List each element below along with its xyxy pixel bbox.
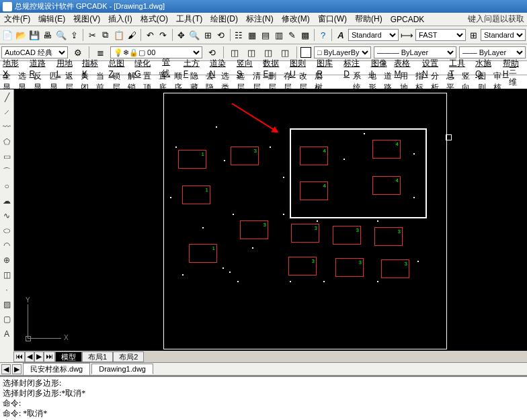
menu-modify[interactable]: 修改(M) (278, 13, 314, 25)
workspace-select[interactable]: AutoCAD 经典 (1, 46, 68, 58)
building-rect[interactable]: 4 (300, 181, 328, 200)
markup-icon[interactable]: ✎ (286, 28, 298, 42)
tab-nav-last[interactable]: ⏭ (44, 351, 55, 362)
zoom-rt-icon[interactable]: 🔍 (188, 28, 200, 42)
circle-icon[interactable]: ○ (1, 181, 12, 192)
revcloud-icon[interactable]: ☁ (1, 196, 12, 206)
layer-select[interactable]: 💡❄🔒▢ 00 (110, 46, 202, 58)
menu-window[interactable]: 窗口(W) (314, 13, 351, 25)
undo-icon[interactable]: ↶ (144, 28, 156, 42)
point-marker (364, 133, 365, 134)
color-swatch[interactable] (300, 47, 311, 58)
building-rect[interactable]: 3 (240, 220, 268, 239)
building-rect[interactable]: 1 (178, 150, 206, 169)
print-icon[interactable]: 🖶 (42, 28, 54, 42)
building-rect[interactable]: 4 (300, 146, 328, 165)
insert-icon[interactable]: ⊕ (1, 255, 12, 265)
tab-nav-next[interactable]: ▶ (34, 351, 44, 362)
menu-dim[interactable]: 标注(N) (242, 13, 278, 25)
building-rect[interactable]: 3 (381, 259, 409, 278)
dim-style-select[interactable]: FAST (415, 29, 466, 41)
help-hint[interactable]: 键入问题以获取 (464, 13, 527, 25)
props-icon[interactable]: ☷ (233, 28, 245, 42)
building-rect[interactable]: 3 (288, 257, 317, 276)
calc-icon[interactable]: ▩ (299, 28, 311, 42)
building-rect[interactable]: 3 (231, 146, 259, 165)
tpalette-icon[interactable]: ▤ (259, 28, 272, 42)
pan-icon[interactable]: ✥ (175, 28, 187, 42)
dcenter-icon[interactable]: ▦ (246, 28, 258, 42)
zoom-prev-icon[interactable]: ⟲ (215, 28, 227, 42)
building-rect[interactable]: 3 (374, 227, 403, 246)
publish-icon[interactable]: ⇪ (69, 28, 81, 42)
save-icon[interactable]: 💾 (28, 28, 40, 42)
cut-icon[interactable]: ✂ (86, 28, 98, 42)
mtext-icon[interactable]: A (1, 329, 12, 339)
point-marker (222, 267, 224, 269)
ellipsearc-icon[interactable]: ◠ (1, 240, 12, 251)
tab-model[interactable]: 模型 (55, 351, 82, 362)
new-icon[interactable]: 📄 (1, 28, 13, 42)
grip-marker[interactable] (446, 134, 452, 140)
rect-label: 4 (396, 177, 399, 183)
menu-edit[interactable]: 编辑(E) (34, 13, 69, 25)
zoom-win-icon[interactable]: ⊞ (202, 28, 214, 42)
help-icon[interactable]: ? (317, 28, 329, 42)
linetype-select[interactable]: ——— ByLayer (374, 46, 456, 58)
ellipse-icon[interactable]: ⬭ (1, 225, 12, 236)
region-icon[interactable]: ▢ (1, 314, 12, 325)
tablestyle-icon[interactable]: ⊞ (467, 28, 479, 42)
lineweight-select[interactable]: —— ByLayer (459, 46, 526, 58)
file-tab-1[interactable]: 民安村坐标.dwg (23, 363, 90, 376)
xline-icon[interactable]: ⟋ (1, 107, 12, 118)
building-rect[interactable]: 3 (291, 224, 319, 243)
window-title: 总规控规设计软件 GPCADK - [Drawing1.dwg] (15, 0, 165, 13)
rect-label: 3 (356, 227, 359, 233)
building-rect[interactable]: 3 (333, 226, 361, 245)
building-rect[interactable]: 4 (372, 176, 401, 195)
menu-insert[interactable]: 插入(I) (104, 13, 136, 25)
menu-draw[interactable]: 绘图(D) (206, 13, 242, 25)
tab-layout1[interactable]: 布局1 (82, 351, 113, 362)
menu-view[interactable]: 视图(V) (69, 13, 104, 25)
tab-nav-prev[interactable]: ◀ (25, 351, 34, 362)
open-icon[interactable]: 📂 (15, 28, 27, 42)
menu-format[interactable]: 格式(O) (136, 13, 172, 25)
textstyle-icon[interactable]: A (335, 28, 347, 42)
building-rect[interactable]: 1 (189, 244, 217, 263)
polygon-icon[interactable]: ⬠ (1, 136, 12, 147)
toolbar-standard: 📄 📂 💾 🖶 🔍 ⇪ ✂ ⧉ 📋 🖌 ↶ ↷ ✥ 🔍 ⊞ ⟲ ☷ ▦ ▤ ▥ … (0, 26, 527, 44)
command-window[interactable]: 选择封闭多边形: 选择封闭多边形:*取消* 命令: 命令: *取消* 命令: (0, 376, 527, 420)
spline-icon[interactable]: ∿ (1, 210, 12, 221)
arc-icon[interactable]: ⌒ (1, 166, 12, 177)
building-rect[interactable]: 4 (372, 140, 401, 159)
drawing-canvas[interactable]: Y X 134414433331333 (14, 89, 527, 362)
table-style-select[interactable]: Standard (481, 29, 526, 41)
block-icon[interactable]: ◫ (1, 269, 12, 280)
line-icon[interactable]: ╱ (1, 92, 12, 103)
file-nav-next[interactable]: ▶ (12, 364, 22, 374)
dimstyle-icon[interactable]: ⟼ (400, 28, 414, 42)
building-rect[interactable]: 3 (335, 258, 364, 277)
copy-icon[interactable]: ⧉ (99, 28, 112, 42)
pline-icon[interactable]: 〰 (1, 122, 12, 132)
menu-gpcadk[interactable]: GPCADK (387, 15, 429, 24)
paste-icon[interactable]: 📋 (113, 28, 125, 42)
file-tab-2[interactable]: Drawing1.dwg (91, 364, 153, 374)
tab-nav-first[interactable]: ⏮ (13, 351, 25, 362)
menu-help[interactable]: 帮助(H) (351, 13, 387, 25)
menu-tools[interactable]: 工具(T) (172, 13, 206, 25)
tab-layout2[interactable]: 布局2 (113, 351, 144, 362)
preview-icon[interactable]: 🔍 (55, 28, 67, 42)
sheet-icon[interactable]: ▥ (273, 28, 285, 42)
redo-icon[interactable]: ↷ (157, 28, 169, 42)
hatch-icon[interactable]: ▨ (1, 299, 12, 310)
file-nav-prev[interactable]: ◀ (1, 364, 11, 374)
point-icon[interactable]: · (1, 284, 12, 295)
building-rect[interactable]: 1 (182, 185, 210, 204)
menu-file[interactable]: 文件(F) (0, 13, 34, 25)
color-select[interactable]: □ ByLayerByLayer (314, 46, 371, 58)
match-icon[interactable]: 🖌 (126, 28, 138, 42)
rect-icon[interactable]: ▭ (1, 151, 12, 162)
text-style-select[interactable]: Standard (348, 29, 399, 41)
